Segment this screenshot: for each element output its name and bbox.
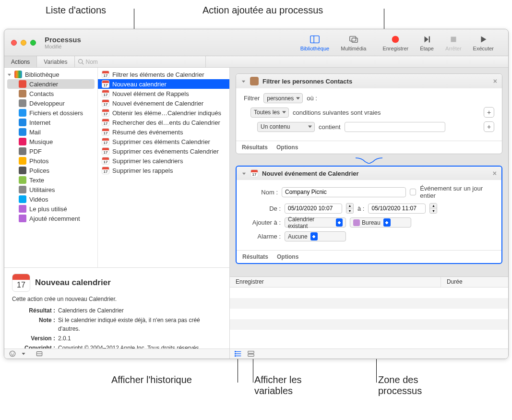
sidebar-item-utilitaires[interactable]: Utilitaires — [4, 185, 97, 194]
sidebar-item-photos[interactable]: Photos — [4, 156, 97, 166]
variables-tab[interactable]: Variables — [37, 56, 74, 67]
close-icon[interactable]: × — [493, 169, 497, 177]
sidebar-item-internet[interactable]: Internet — [4, 118, 97, 127]
options-tab[interactable]: Options — [277, 253, 298, 260]
action-item-label: Résumé des événements — [112, 129, 183, 136]
chevron-down-icon[interactable] — [22, 352, 25, 356]
svg-marker-11 — [8, 73, 11, 76]
close-window-button[interactable] — [11, 40, 17, 46]
sidebar-item-label: Mail — [29, 129, 41, 136]
record-button[interactable]: Enregistrer — [377, 32, 414, 53]
sidebar-item-ajouté-récemment[interactable]: Ajouté récemment — [4, 214, 97, 223]
action-item[interactable]: 17Résumé des événements — [98, 127, 229, 137]
left-bottombar — [4, 348, 229, 359]
svg-rect-7 — [451, 36, 456, 42]
contains-input[interactable] — [345, 122, 445, 132]
step-button[interactable]: Étape — [414, 32, 440, 53]
minimize-window-button[interactable] — [21, 40, 26, 46]
name-input[interactable] — [282, 187, 406, 197]
sidebar-item-vidéos[interactable]: Vidéos — [4, 194, 97, 204]
pane-icon[interactable] — [36, 350, 43, 357]
log-col-duration[interactable]: Durée — [441, 277, 508, 287]
from-stepper[interactable]: ▲▼ — [346, 203, 354, 214]
sidebar-item-label: Contacts — [29, 90, 54, 97]
workflow-canvas[interactable]: Filtrer les personnes Contacts × Filtrer… — [230, 68, 508, 276]
actions-tab[interactable]: Actions — [4, 56, 37, 67]
sidebar-item-le-plus-utilisé[interactable]: Le plus utilisé — [4, 204, 97, 214]
addto-label: Ajouter à : — [244, 219, 281, 226]
smiley-icon[interactable] — [9, 350, 16, 357]
zoom-window-button[interactable] — [30, 40, 36, 46]
filter-select[interactable]: personnes — [263, 93, 303, 103]
callout-line — [238, 356, 238, 383]
results-tab[interactable]: Résultats — [242, 253, 268, 260]
sidebar-item-développeur[interactable]: Développeur — [4, 98, 97, 108]
sidebar-item-polices[interactable]: Polices — [4, 166, 97, 175]
log-col-record[interactable]: Enregistrer — [230, 277, 441, 287]
search-input[interactable] — [84, 58, 202, 66]
workflow-action-new-event[interactable]: 17 Nouvel événement de Calendrier × Nom … — [236, 166, 502, 264]
run-button[interactable]: Exécuter — [467, 32, 500, 53]
window-title: Processus — [45, 36, 81, 44]
stop-icon — [448, 34, 459, 45]
sidebar-item-calendrier[interactable]: Calendrier — [7, 79, 95, 89]
info-value: Calendriers de Calendrier — [58, 306, 222, 315]
name-label: Nom : — [244, 189, 278, 196]
sidebar-item-contacts[interactable]: Contacts — [4, 89, 97, 98]
calendar-icon: 17 — [102, 71, 109, 78]
action-item[interactable]: 17Supprimer ces éléments Calendrier — [98, 137, 229, 146]
action-item-label: Supprimer les rappels — [112, 167, 173, 174]
action-item[interactable]: 17Supprimer les calendriers — [98, 156, 229, 166]
svg-point-23 — [235, 351, 236, 352]
search-field-container — [75, 56, 206, 67]
calendar-icon: 17 — [12, 274, 30, 292]
action-item[interactable]: 17Nouvel événement de Calendrier — [98, 98, 229, 108]
log-row — [230, 298, 508, 309]
add-condition-button[interactable]: + — [484, 121, 494, 132]
to-input[interactable] — [368, 204, 426, 214]
calendar-icon: 17 — [102, 157, 109, 165]
from-input[interactable] — [285, 204, 342, 214]
sidebar-item-label: PDF — [29, 148, 42, 155]
field-select[interactable]: Un contenu — [257, 122, 315, 132]
results-tab[interactable]: Résultats — [242, 144, 268, 151]
add-rule-button[interactable]: + — [484, 107, 494, 118]
action-item[interactable]: 17Filtrer les éléments de Calendrier — [98, 70, 229, 79]
action-item[interactable]: 17Supprimer ces événements Calendrier — [98, 146, 229, 156]
info-label: Copyright : — [12, 344, 58, 348]
allday-label: Événement sur un jour entier — [420, 185, 494, 199]
options-tab[interactable]: Options — [276, 144, 298, 151]
action-item[interactable]: 17Nouvel élément de Rappels — [98, 89, 229, 98]
disclosure-icon[interactable] — [241, 79, 246, 84]
calendar-select[interactable]: Bureau — [350, 217, 411, 228]
sidebar-item-fichiers-et-dossiers[interactable]: Fichiers et dossiers — [4, 108, 97, 118]
action-item[interactable]: 17Obtenir les éléme…Calendrier indiqués — [98, 108, 229, 118]
action-item[interactable]: 17Supprimer les rappels — [98, 166, 229, 175]
calendar-icon: 17 — [102, 147, 109, 155]
action-item[interactable]: 17Nouveau calendrier — [98, 79, 229, 89]
stop-button: Arrêter — [440, 32, 467, 53]
media-icon — [348, 34, 359, 45]
category-icon — [19, 138, 26, 145]
sidebar-item-label: Musique — [29, 138, 53, 145]
library-root[interactable]: Bibliothèque — [4, 70, 97, 79]
history-icon[interactable] — [235, 350, 242, 358]
library-button[interactable]: Bibliothèque — [295, 32, 335, 53]
workflow-pane: Filtrer les personnes Contacts × Filtrer… — [230, 68, 508, 359]
category-icon — [19, 80, 26, 88]
addto-select[interactable]: Calendrier existant — [285, 217, 346, 228]
allday-checkbox[interactable] — [410, 189, 416, 195]
sidebar-item-texte[interactable]: Texte — [4, 175, 97, 185]
media-button[interactable]: Multimédia — [335, 32, 372, 53]
sidebar-item-mail[interactable]: Mail — [4, 127, 97, 137]
disclosure-icon[interactable] — [241, 171, 247, 176]
alarm-select[interactable]: Aucune — [285, 231, 346, 241]
all-select[interactable]: Toutes les — [250, 108, 289, 118]
variables-icon[interactable] — [247, 350, 255, 358]
action-item[interactable]: 17Rechercher des él…ents du Calendrier — [98, 118, 229, 127]
sidebar-item-musique[interactable]: Musique — [4, 137, 97, 146]
workflow-action-filter-contacts[interactable]: Filtrer les personnes Contacts × Filtrer… — [236, 73, 502, 154]
to-stepper[interactable]: ▲▼ — [429, 203, 437, 214]
sidebar-item-pdf[interactable]: PDF — [4, 146, 97, 156]
close-icon[interactable]: × — [493, 77, 497, 85]
